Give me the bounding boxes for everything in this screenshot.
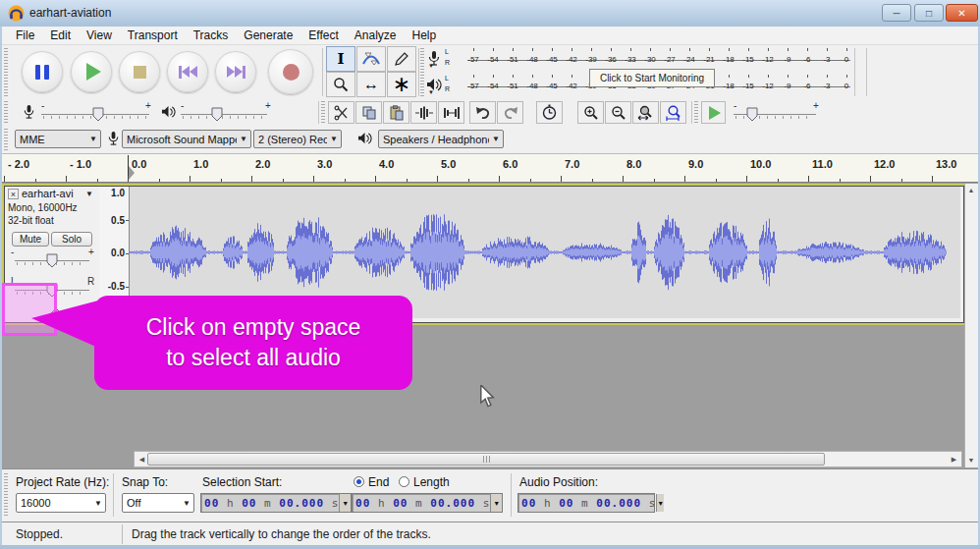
device-toolbar: MME ▼ Microsoft Sound Mapper - ▼ 2 (Ster… bbox=[2, 126, 978, 153]
ruler-minor-tick bbox=[221, 179, 222, 182]
transcription-toolbar-grip[interactable] bbox=[694, 101, 698, 124]
ruler-minor-tick bbox=[97, 179, 98, 182]
meter-scale-number: -33 bbox=[625, 55, 636, 64]
meter-scale-number: -3 bbox=[823, 55, 830, 64]
close-icon: ✕ bbox=[957, 8, 965, 19]
meter-channel-right: R bbox=[445, 59, 450, 66]
sync-lock-button[interactable] bbox=[536, 101, 563, 124]
play-icon bbox=[86, 63, 101, 81]
length-radio[interactable] bbox=[399, 476, 409, 487]
menu-edit[interactable]: Edit bbox=[42, 27, 79, 44]
meter-tick bbox=[846, 48, 847, 51]
scroll-down-button[interactable]: ▼ bbox=[965, 454, 977, 466]
track-close-button[interactable]: × bbox=[8, 189, 19, 199]
maximize-button[interactable]: □ bbox=[914, 4, 944, 22]
vertical-scrollbar[interactable]: ▲ ▼ bbox=[964, 184, 978, 467]
chevron-down-icon[interactable]: ▼ bbox=[656, 494, 664, 512]
meter-dropdown-icon: ▼ bbox=[428, 89, 434, 95]
record-button[interactable] bbox=[268, 49, 313, 94]
scroll-right-button[interactable]: ▶ bbox=[947, 453, 961, 466]
play-at-speed-icon bbox=[709, 106, 721, 120]
close-button[interactable]: ✕ bbox=[946, 4, 978, 22]
menu-file[interactable]: File bbox=[8, 27, 42, 44]
recording-channels-value: 2 (Stereo) Recc bbox=[254, 134, 327, 145]
fit-selection-button[interactable] bbox=[632, 101, 659, 124]
trim-audio-button[interactable] bbox=[410, 101, 437, 124]
menu-tracks[interactable]: Tracks bbox=[186, 27, 237, 44]
gain-slider-thumb[interactable] bbox=[46, 253, 58, 268]
project-rate-select[interactable]: 16000 ▼ bbox=[16, 493, 106, 513]
edit-toolbar-grip[interactable] bbox=[321, 101, 325, 124]
zoom-tool-button[interactable] bbox=[326, 72, 355, 97]
slider-thumb[interactable] bbox=[92, 107, 104, 122]
monitor-tooltip[interactable]: Click to Start Monitoring bbox=[589, 69, 715, 87]
track-name: earhart-avi bbox=[22, 188, 74, 199]
scroll-up-button[interactable]: ▲ bbox=[965, 184, 977, 195]
horizontal-scrollbar[interactable]: ◀ ▶ bbox=[134, 451, 962, 467]
skip-to-start-button[interactable] bbox=[167, 51, 208, 92]
multi-tool-button[interactable]: ∗ bbox=[387, 72, 416, 97]
track-menu-icon[interactable]: ▼ bbox=[85, 190, 93, 198]
selection-start-field[interactable]: 00 h 00 m 00.000 s ▼ bbox=[200, 493, 352, 513]
cut-button[interactable] bbox=[328, 101, 354, 124]
draw-tool-button[interactable] bbox=[387, 46, 416, 72]
transport-toolbar-grip[interactable] bbox=[4, 48, 8, 96]
device-toolbar-grip[interactable] bbox=[4, 129, 8, 150]
snap-to-select[interactable]: Off ▼ bbox=[122, 493, 194, 513]
play-at-speed-button[interactable] bbox=[701, 101, 726, 124]
copy-button[interactable] bbox=[355, 101, 382, 124]
ruler-major-tick bbox=[684, 176, 685, 182]
title-bar[interactable]: earhart-aviation ─ □ ✕ bbox=[0, 0, 980, 27]
ruler-label: 5.0 bbox=[441, 158, 456, 170]
menu-help[interactable]: Help bbox=[405, 27, 445, 44]
mute-button[interactable]: Mute bbox=[12, 232, 49, 247]
end-radio[interactable] bbox=[354, 476, 364, 487]
selection-tool-button[interactable]: I bbox=[326, 46, 355, 72]
paste-button[interactable] bbox=[383, 101, 409, 124]
horizontal-scrollbar-thumb[interactable] bbox=[147, 453, 825, 466]
minimize-button[interactable]: ─ bbox=[882, 4, 911, 22]
meter-tick bbox=[670, 48, 671, 51]
mixer-toolbar-grip[interactable] bbox=[4, 101, 8, 124]
zoom-in-button[interactable] bbox=[577, 101, 604, 124]
pause-button[interactable] bbox=[22, 51, 63, 92]
slider-thumb[interactable] bbox=[746, 107, 758, 122]
zoom-out-button[interactable] bbox=[605, 101, 631, 124]
fit-project-button[interactable] bbox=[660, 101, 686, 124]
audacity-window: earhart-aviation ─ □ ✕ FileEditViewTrans… bbox=[0, 0, 980, 549]
selection-toolbar-grip[interactable] bbox=[4, 473, 8, 517]
track-area[interactable]: × earhart-avi ▼ Mono, 16000Hz 32-bit flo… bbox=[2, 183, 978, 468]
slider-ticks bbox=[183, 116, 265, 119]
play-button[interactable] bbox=[71, 51, 112, 92]
meter-tick bbox=[572, 75, 572, 78]
stop-button[interactable] bbox=[119, 51, 160, 92]
record-icon bbox=[283, 64, 299, 81]
undo-button[interactable] bbox=[469, 101, 496, 124]
audio-position-field[interactable]: 00 h 00 m 00.000 s ▼ bbox=[517, 493, 655, 513]
redo-button[interactable] bbox=[497, 101, 523, 124]
recording-channels-select[interactable]: 2 (Stereo) Recc ▼ bbox=[253, 130, 342, 148]
silence-audio-button[interactable] bbox=[438, 101, 464, 124]
skip-to-end-button[interactable] bbox=[215, 51, 256, 92]
audio-host-select[interactable]: MME ▼ bbox=[15, 130, 101, 148]
chevron-down-icon[interactable]: ▼ bbox=[490, 494, 502, 512]
menu-transport[interactable]: Transport bbox=[120, 27, 186, 44]
envelope-tool-button[interactable] bbox=[356, 46, 386, 72]
meter-scale-number: 0 bbox=[844, 82, 848, 90]
meter-scale-number: -57 bbox=[467, 55, 479, 64]
menu-view[interactable]: View bbox=[79, 27, 120, 44]
time-shift-tool-button[interactable]: ↔ bbox=[356, 72, 386, 97]
pause-icon bbox=[35, 65, 49, 80]
menu-effect[interactable]: Effect bbox=[300, 27, 346, 44]
solo-button[interactable]: Solo bbox=[51, 232, 92, 247]
recording-device-select[interactable]: Microsoft Sound Mapper - ▼ bbox=[122, 130, 251, 148]
playback-device-select[interactable]: Speakers / Headphones (F ▼ bbox=[378, 130, 504, 148]
chevron-down-icon[interactable]: ▼ bbox=[339, 494, 351, 512]
menu-analyze[interactable]: Analyze bbox=[347, 27, 405, 44]
playback-volume-slider[interactable] bbox=[181, 114, 267, 115]
timeline-ruler[interactable]: - 2.0- 1.00.01.02.03.04.05.06.07.08.09.0… bbox=[2, 153, 978, 183]
selection-end-field[interactable]: 00 h 00 m 00.000 s ▼ bbox=[352, 493, 503, 513]
slider-thumb[interactable] bbox=[211, 107, 223, 122]
menu-generate[interactable]: Generate bbox=[236, 27, 300, 44]
ruler-major-tick bbox=[561, 176, 562, 182]
